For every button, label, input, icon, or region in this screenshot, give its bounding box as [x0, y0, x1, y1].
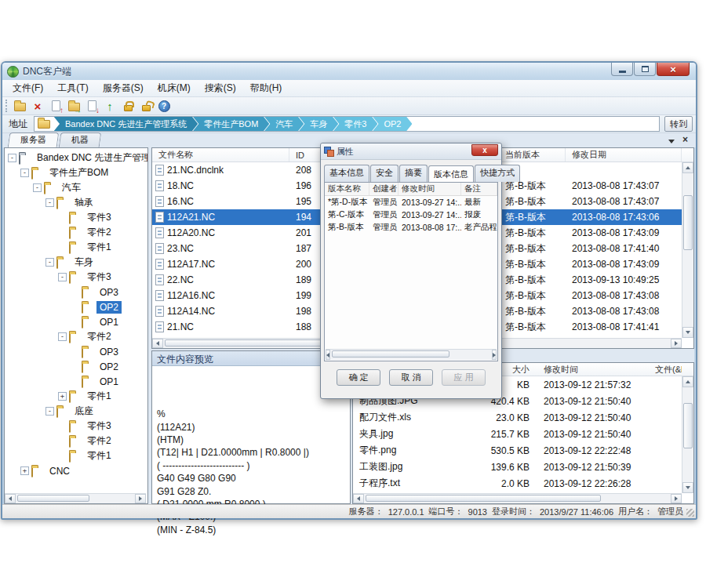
expand-toggle-icon[interactable]: +: [58, 392, 67, 401]
breadcrumb-segment[interactable]: 零件3: [333, 116, 377, 132]
dialog-tab[interactable]: 摘要: [399, 165, 428, 182]
tree-item[interactable]: OP3: [5, 344, 147, 359]
attachment-row[interactable]: 零件.png 530.5 KB 2013-09-12 22:22:48: [353, 442, 682, 459]
minimize-button[interactable]: [611, 63, 633, 76]
expand-toggle-icon[interactable]: -: [33, 183, 42, 192]
lock-icon[interactable]: [120, 99, 136, 114]
breadcrumb-segment[interactable]: 车身: [298, 116, 338, 132]
expand-toggle-icon[interactable]: -: [8, 154, 16, 162]
menu-item[interactable]: 搜索(S): [198, 80, 243, 96]
tree-item[interactable]: 零件1: [5, 448, 147, 463]
attachment-row[interactable]: 夹具.jpg 215.7 KB 2013-09-12 21:50:40: [353, 426, 682, 442]
panel-close-icon[interactable]: ×: [682, 135, 688, 144]
column-name[interactable]: 文件名称: [152, 148, 289, 162]
cancel-button[interactable]: 取 消: [389, 369, 433, 386]
upload-icon[interactable]: ↑: [102, 99, 118, 114]
tree-item[interactable]: + CNC: [5, 463, 147, 478]
apply-button[interactable]: 应 用: [442, 369, 486, 386]
version-row[interactable]: 第-C-版本 管理员 2013-09-27 14:... 报废: [325, 209, 497, 221]
scrollbar-thumb[interactable]: [683, 403, 693, 448]
menu-item[interactable]: 文件(F): [5, 80, 50, 96]
tree-item[interactable]: OP2: [5, 359, 147, 374]
tree-item[interactable]: OP1: [5, 314, 147, 329]
expand-toggle-icon[interactable]: -: [58, 332, 67, 341]
tree-item[interactable]: OP2: [5, 299, 147, 314]
delete-icon[interactable]: ×: [30, 99, 45, 114]
dialog-tab[interactable]: 版本信息: [428, 165, 474, 183]
breadcrumb-segment[interactable]: Bandex DNC 先进生产管理系统: [53, 116, 198, 132]
dialog-tab[interactable]: 基本信息: [324, 165, 369, 182]
breadcrumb-segment[interactable]: OP2: [372, 116, 412, 132]
unlock-icon[interactable]: [138, 99, 154, 114]
tree-item[interactable]: OP3: [5, 285, 147, 299]
version-row[interactable]: 第-B-版本 管理员 2013-08-08 17:... 老产品程序: [325, 221, 497, 234]
column-date[interactable]: 修改日期: [566, 148, 682, 162]
expand-toggle-icon[interactable]: -: [45, 258, 54, 267]
checkout-file-icon[interactable]: ↓: [84, 99, 100, 114]
column-modified-time[interactable]: 修改时间: [398, 183, 461, 195]
expand-toggle-icon[interactable]: +: [20, 466, 29, 475]
tab-machine[interactable]: 机器: [59, 132, 102, 147]
tree-item[interactable]: 零件2: [5, 225, 147, 240]
scrollbar-thumb[interactable]: [17, 495, 89, 502]
tree-item[interactable]: OP1: [5, 374, 147, 389]
tree-item[interactable]: + 零件1: [5, 389, 147, 404]
new-folder-icon[interactable]: [12, 99, 27, 114]
breadcrumb[interactable]: Bandex DNC 先进生产管理系统零件生产BOM汽车车身零件3OP2: [34, 116, 660, 132]
chevron-down-icon[interactable]: [668, 140, 675, 143]
tree-item[interactable]: - Bandex DNC 先进生产管理系统: [5, 151, 147, 165]
dialog-title-bar[interactable]: 属性 x: [321, 143, 501, 160]
expand-toggle-icon[interactable]: -: [45, 198, 54, 207]
scrollbar-thumb[interactable]: [683, 195, 693, 250]
title-bar[interactable]: DNC客户端 ×: [2, 63, 696, 80]
column-note[interactable]: 备注: [461, 183, 497, 195]
go-button[interactable]: 转到: [664, 116, 693, 132]
menu-item[interactable]: 工具(T): [50, 80, 95, 96]
tab-server[interactable]: 服务器: [8, 132, 60, 147]
tree-item[interactable]: 零件3: [5, 419, 147, 434]
scrollbar-thumb[interactable]: [332, 350, 449, 358]
scrollbar-thumb[interactable]: [366, 495, 601, 502]
tree-item[interactable]: - 车身: [5, 255, 147, 270]
column-version-name[interactable]: 版本名称: [325, 183, 369, 195]
tree-item[interactable]: - 底座: [5, 404, 147, 419]
version-row[interactable]: *第-D-版本 管理员 2013-09-27 14:... 最新: [325, 196, 497, 209]
tree-item[interactable]: - 零件3: [5, 270, 147, 285]
menu-item[interactable]: 服务器(S): [96, 80, 151, 96]
file-list-vertical-scrollbar[interactable]: [682, 162, 693, 338]
resize-grip[interactable]: [686, 509, 694, 517]
checkin-file-icon[interactable]: ↑: [48, 99, 64, 114]
tree-item[interactable]: - 轴承: [5, 195, 147, 210]
dialog-close-button[interactable]: x: [471, 144, 498, 156]
dialog-horizontal-scrollbar[interactable]: [326, 349, 497, 360]
breadcrumb-segment[interactable]: 汽车: [264, 116, 304, 132]
dialog-tab[interactable]: 快捷方式: [475, 165, 520, 182]
column-file[interactable]: 文件(&l: [655, 364, 682, 376]
maximize-button[interactable]: [634, 63, 656, 76]
toolbar-grip[interactable]: [5, 100, 9, 112]
column-time[interactable]: 修改时间: [530, 364, 655, 376]
tree-item[interactable]: 零件1: [5, 240, 147, 255]
attachment-row[interactable]: 工装图.jpg 139.6 KB 2013-09-12 21:50:39: [353, 459, 682, 475]
menu-item[interactable]: 帮助(H): [243, 80, 289, 96]
dialog-tab[interactable]: 安全: [370, 165, 398, 182]
tree-item[interactable]: - 汽车: [5, 180, 147, 195]
expand-toggle-icon[interactable]: -: [20, 169, 29, 177]
breadcrumb-segment[interactable]: 零件生产BOM: [192, 116, 269, 132]
expand-toggle-icon[interactable]: -: [58, 273, 67, 281]
tree-item[interactable]: - 零件2: [5, 329, 147, 344]
ok-button[interactable]: 确 定: [337, 369, 380, 386]
attachment-row[interactable]: 子程序.txt 2.0 KB 2013-09-12 22:26:28: [353, 475, 682, 492]
send-to-folder-icon[interactable]: →: [66, 99, 82, 114]
column-creator[interactable]: 创建者: [369, 183, 398, 195]
tree-item[interactable]: 零件2: [5, 434, 147, 448]
tree-item[interactable]: - 零件生产BOM: [5, 165, 147, 180]
close-button[interactable]: ×: [657, 63, 690, 76]
column-version[interactable]: 当前版本: [499, 148, 566, 162]
attachment-horizontal-scrollbar[interactable]: [353, 493, 682, 503]
tree-item[interactable]: 零件3: [5, 210, 147, 225]
menu-item[interactable]: 机床(M): [151, 80, 198, 96]
expand-toggle-icon[interactable]: -: [45, 407, 54, 416]
attachment-row[interactable]: 配刀文件.xls 23.0 KB 2013-09-12 21:50:40: [353, 409, 682, 426]
help-icon[interactable]: ?: [156, 99, 172, 114]
